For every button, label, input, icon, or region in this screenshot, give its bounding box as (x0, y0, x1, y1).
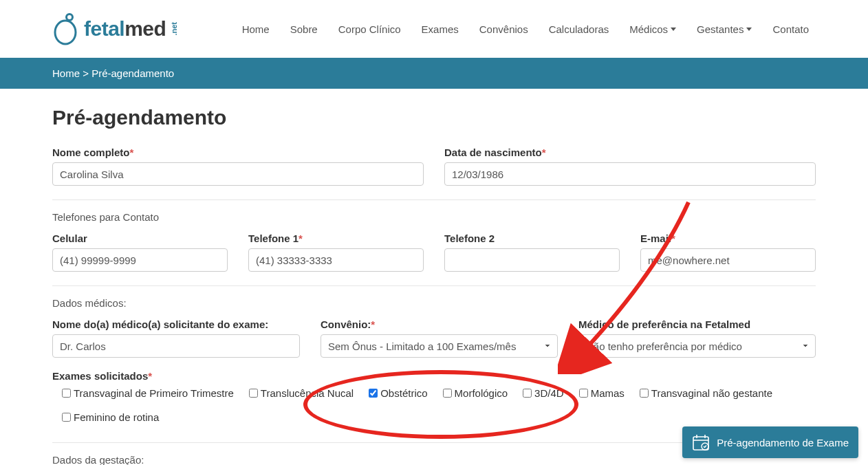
annotation-ellipse (303, 370, 578, 439)
nome-input[interactable] (52, 162, 424, 186)
label-telefone1: Telefone 1* (248, 232, 424, 244)
page-title: Pré-agendamento (52, 106, 816, 129)
nav-convenios[interactable]: Convênios (473, 17, 535, 42)
chevron-down-icon (746, 28, 752, 31)
nav-medicos[interactable]: Médicos (622, 17, 683, 42)
header: fetalmed .net Home Sobre Corpo Clínico E… (52, 0, 816, 58)
logo-text: fetalmed (84, 17, 166, 41)
logo-icon (52, 12, 78, 45)
label-nome: Nome completo* (52, 147, 424, 158)
telefone1-input[interactable] (248, 248, 424, 272)
check-mamas[interactable]: Mamas (579, 387, 625, 399)
breadcrumb-bar: Home > Pré-agendamento (0, 58, 868, 89)
nascimento-input[interactable] (444, 162, 816, 186)
svg-point-0 (55, 21, 76, 44)
breadcrumb-current: Pré-agendamento (91, 67, 174, 79)
breadcrumb-home[interactable]: Home (52, 67, 80, 79)
calendar-check-icon (692, 433, 710, 451)
brand-logo[interactable]: fetalmed .net (52, 12, 178, 45)
check-transvaginal-ng[interactable]: Transvaginal não gestante (640, 387, 772, 399)
label-celular: Celular (52, 232, 228, 244)
convenio-select[interactable]: Sem Ônus - Limitado a 100 Exames/mês (321, 334, 558, 358)
floating-cta-label: Pré-agendamento de Exame (717, 437, 849, 448)
check-transvaginal-primeiro[interactable]: Transvaginal de Primeiro Trimestre (62, 387, 234, 399)
nav-sobre[interactable]: Sobre (283, 17, 325, 42)
main-nav: Home Sobre Corpo Clínico Exames Convênio… (235, 17, 816, 42)
nav-corpo-clinico[interactable]: Corpo Clínico (332, 17, 408, 42)
nav-exames[interactable]: Exames (415, 17, 466, 42)
medico-solicitante-input[interactable] (52, 334, 300, 358)
nav-calculadoras[interactable]: Calculadoras (542, 17, 616, 42)
breadcrumb-sep: > (80, 67, 91, 79)
svg-point-1 (67, 14, 73, 21)
chevron-down-icon (671, 28, 676, 31)
annotation-arrow (558, 195, 702, 374)
nav-contato[interactable]: Contato (766, 17, 816, 42)
label-exames-solicitados: Exames solicitados* (52, 370, 152, 382)
logo-suffix: .net (170, 22, 178, 36)
nav-gestantes[interactable]: Gestantes (690, 17, 759, 42)
celular-input[interactable] (52, 248, 228, 272)
nav-home[interactable]: Home (235, 17, 276, 42)
label-convenio: Convênio:* (321, 318, 558, 330)
floating-cta-preagendamento[interactable]: Pré-agendamento de Exame (682, 426, 858, 458)
label-nascimento: Data de nascimento* (444, 147, 816, 158)
label-medico-solicitante: Nome do(a) médico(a) solicitante do exam… (52, 318, 300, 330)
